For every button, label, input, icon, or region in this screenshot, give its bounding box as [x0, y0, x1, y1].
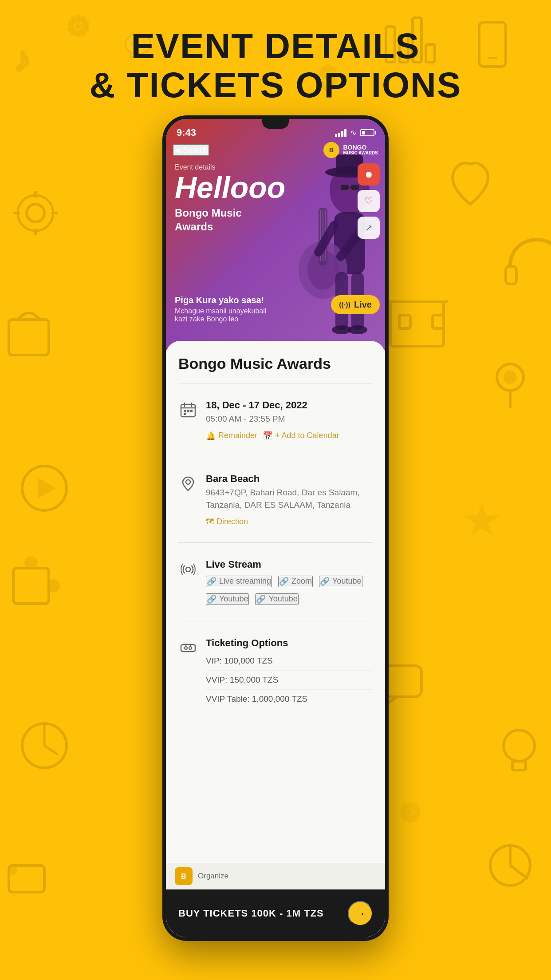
wifi-icon: ∿ — [350, 128, 357, 138]
svg-line-44 — [510, 865, 528, 879]
live-stream-icon — [178, 560, 198, 579]
live-stream-row: Live Stream 🔗 Live streaming 🔗 Zoom 🔗 — [178, 552, 373, 612]
calendar-icon — [178, 400, 198, 420]
page-title: EVENT DETAILS & TICKETS OPTIONS — [0, 27, 551, 105]
organizer-bar: B Organize — [166, 863, 385, 889]
svg-rect-73 — [184, 410, 186, 412]
arrow-right-icon: → — [354, 907, 366, 921]
svg-text:★: ★ — [466, 501, 498, 540]
buy-arrow-button[interactable]: → — [348, 901, 373, 926]
divider-2 — [178, 457, 373, 457]
svg-point-68 — [348, 325, 367, 334]
buy-button-label: BUY TICKETS 100K - 1M TZS — [178, 908, 324, 919]
share-button[interactable]: ↗ — [358, 217, 380, 239]
bongo-logo-icon: B — [323, 142, 339, 158]
hero-nav: ◀ Search B BONGO MUSIC AWARDS — [166, 142, 385, 158]
svg-point-3 — [18, 195, 53, 231]
share-icon: ↗ — [365, 222, 373, 233]
live-label: Live — [354, 300, 372, 310]
back-button[interactable]: ◀ Search — [173, 144, 209, 156]
svg-rect-23 — [433, 315, 444, 328]
status-icons: ∿ — [335, 128, 374, 138]
ticket-icon — [178, 638, 198, 658]
hero-subtitle: Bongo Music Awards — [175, 206, 285, 233]
svg-line-33 — [44, 746, 58, 755]
link-icon-4: 🔗 — [207, 594, 216, 604]
svg-point-78 — [186, 567, 190, 572]
ticketing-content: Ticketing Options VIP: 100,000 TZS VVIP:… — [206, 637, 373, 708]
svg-rect-17 — [506, 266, 516, 284]
svg-rect-53 — [341, 185, 349, 190]
status-time: 9:43 — [177, 127, 196, 138]
remainder-icon: 🔔 — [206, 431, 216, 441]
organizer-logo: B — [175, 867, 193, 885]
add-calendar-button[interactable]: 📅 + Add to Calendar — [263, 431, 339, 441]
organizer-label: Organize — [198, 872, 228, 881]
location-content: Bara Beach 9643+7QP, Bahari Road, Dar es… — [206, 473, 373, 526]
buy-button-bar: BUY TICKETS 100K - 1M TZS → — [166, 889, 385, 937]
bongo-logo-text: BONGO MUSIC AWARDS — [343, 144, 378, 156]
date-range: 18, Dec - 17 Dec, 2022 — [206, 399, 373, 411]
signal-icon — [335, 129, 346, 137]
stream-link-5[interactable]: 🔗 Youtube — [255, 593, 298, 605]
heart-button[interactable]: ♡ — [358, 190, 380, 212]
svg-rect-22 — [399, 315, 410, 328]
divider-1 — [178, 383, 373, 383]
phone-frame: 9:43 ∿ ◀ Sea — [162, 115, 389, 941]
bongo-logo: B BONGO MUSIC AWARDS — [323, 142, 378, 158]
svg-point-41 — [11, 868, 16, 873]
content-section: Bongo Music Awards — [166, 341, 385, 937]
location-icon — [178, 474, 198, 494]
svg-rect-75 — [190, 410, 193, 412]
stream-link-4[interactable]: 🔗 Youtube — [206, 593, 249, 605]
live-badge: ((·)) Live — [331, 295, 380, 314]
live-stream-content: Live Stream 🔗 Live streaming 🔗 Zoom 🔗 — [206, 559, 373, 605]
stream-link-3[interactable]: 🔗 Youtube — [319, 576, 362, 587]
svg-rect-21 — [390, 302, 444, 346]
svg-point-38 — [504, 730, 535, 761]
link-icon-1: 🔗 — [207, 577, 216, 586]
svg-text:⚙: ⚙ — [399, 799, 421, 826]
svg-rect-16 — [9, 320, 49, 355]
hero-section: 9:43 ∿ ◀ Sea — [166, 119, 385, 350]
svg-rect-25 — [13, 568, 49, 604]
back-arrow-icon: ◀ — [174, 145, 180, 155]
stream-link-2[interactable]: 🔗 Zoom — [278, 576, 313, 587]
svg-point-29 — [505, 372, 516, 383]
divider-3 — [178, 542, 373, 543]
time-range: 05:00 AM - 23:55 PM — [206, 413, 373, 426]
remainder-button[interactable]: 🔔 Remainder — [206, 431, 257, 441]
link-icon-2: 🔗 — [279, 577, 289, 586]
hero-title-area: Hellooo Bongo Music Awards — [175, 172, 285, 233]
ticketing-title: Ticketing Options — [206, 637, 373, 649]
ticketing-row: Ticketing Options VIP: 100,000 TZS VVIP:… — [178, 630, 373, 715]
svg-marker-20 — [39, 480, 53, 496]
svg-rect-39 — [512, 761, 526, 770]
location-row: Bara Beach 9643+7QP, Bahari Road, Dar es… — [178, 466, 373, 533]
record-button[interactable]: ⏺ — [358, 163, 380, 186]
date-time-content: 18, Dec - 17 Dec, 2022 05:00 AM - 23:55 … — [206, 399, 373, 441]
svg-text:B: B — [181, 873, 186, 880]
svg-point-28 — [497, 364, 523, 391]
divider-4 — [178, 621, 373, 621]
svg-point-19 — [22, 466, 67, 510]
notch — [262, 119, 289, 129]
stream-link-1[interactable]: 🔗 Live streaming — [206, 576, 272, 587]
svg-point-26 — [26, 557, 36, 568]
svg-rect-76 — [184, 413, 186, 415]
calendar-plus-icon: 📅 — [263, 431, 272, 441]
venue-address: 9643+7QP, Bahari Road, Dar es Salaam, Ta… — [206, 486, 373, 512]
svg-rect-74 — [187, 410, 189, 412]
event-title: Bongo Music Awards — [178, 355, 373, 372]
svg-point-31 — [22, 723, 67, 768]
svg-text:B: B — [329, 146, 334, 154]
hero-main-title: Hellooo — [175, 172, 285, 202]
svg-rect-79 — [181, 644, 195, 652]
svg-point-83 — [189, 647, 192, 649]
ticket-options: VIP: 100,000 TZS VVIP: 150,000 TZS VVIP … — [206, 652, 373, 708]
svg-point-4 — [27, 204, 44, 222]
direction-button[interactable]: 🗺 Direction — [206, 517, 248, 526]
live-signal-icon: ((·)) — [339, 301, 350, 309]
action-buttons: ⏺ ♡ ↗ — [358, 163, 380, 239]
calendar-actions: 🔔 Remainder 📅 + Add to Calendar — [206, 431, 373, 441]
